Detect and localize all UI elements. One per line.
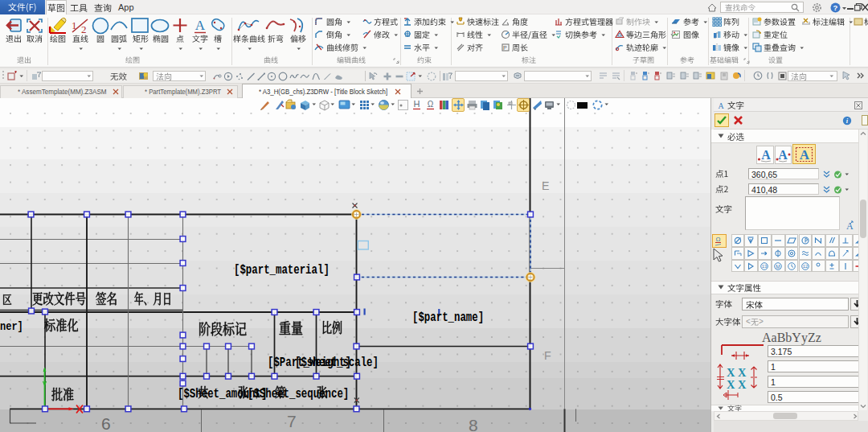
svg-text:A: A	[778, 148, 788, 162]
svg-text:M: M	[776, 263, 780, 269]
svg-text:?: ?	[833, 3, 838, 12]
svg-text:13: 13	[762, 264, 768, 269]
svg-text:Ω: Ω	[428, 100, 434, 109]
svg-text:X X: X X	[727, 366, 747, 379]
svg-text:P: P	[503, 45, 507, 51]
svg-text:1: 1	[72, 19, 77, 31]
svg-text:H: H	[414, 99, 420, 109]
svg-text:X X: X X	[727, 378, 747, 391]
svg-text:12: 12	[802, 264, 808, 269]
svg-text:2: 2	[81, 23, 87, 35]
svg-text:A: A	[761, 148, 771, 162]
svg-text:A: A	[718, 101, 724, 109]
svg-text:Ω: Ω	[716, 236, 721, 243]
svg-text:A: A	[800, 147, 810, 163]
svg-text:A: A	[195, 18, 206, 33]
